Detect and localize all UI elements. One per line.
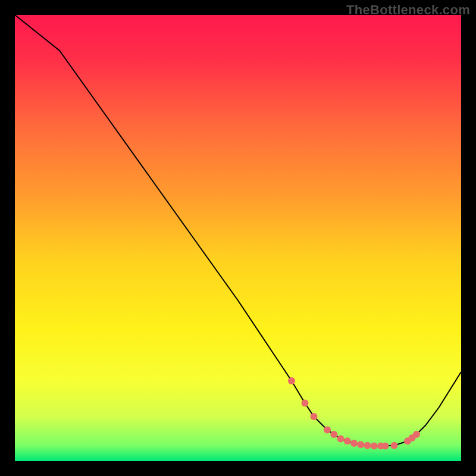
plot-svg — [15, 15, 461, 461]
data-marker — [413, 431, 420, 438]
data-marker — [357, 441, 364, 448]
data-marker — [337, 436, 345, 443]
data-marker — [344, 437, 351, 444]
data-marker — [364, 442, 371, 449]
data-marker — [330, 431, 337, 438]
chart-frame: TheBottleneck.com — [0, 0, 476, 476]
data-marker — [382, 443, 389, 450]
data-marker — [311, 413, 318, 420]
data-marker — [391, 442, 398, 449]
data-marker — [371, 443, 378, 450]
data-marker — [302, 400, 309, 407]
plot-area — [15, 15, 461, 461]
data-marker — [288, 377, 295, 384]
data-marker — [350, 440, 358, 447]
data-marker — [324, 427, 331, 434]
